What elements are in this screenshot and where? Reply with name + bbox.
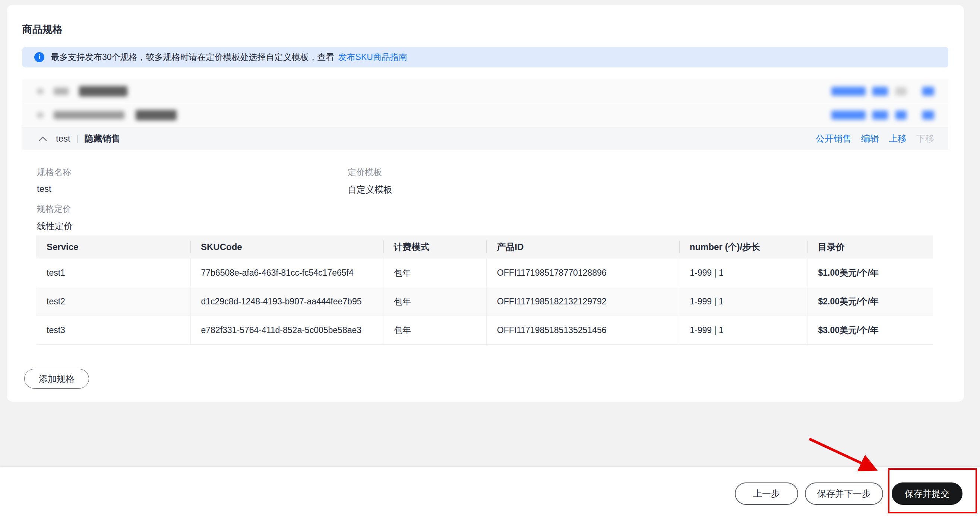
- redacted-action[interactable]: [831, 111, 865, 120]
- cell-billing-mode: 包年: [383, 259, 487, 287]
- field-value: 线性定价: [37, 220, 73, 232]
- cell-skucode: 77b6508e-afa6-463f-81cc-fc54c17e65f4: [191, 259, 383, 287]
- cell-list-price: $2.00美元/个/年: [808, 287, 933, 316]
- field-label: 定价模板: [348, 167, 392, 178]
- info-banner: 最多支持发布30个规格，较多规格时请在定价模板处选择自定义模板，查看 发布SKU…: [22, 47, 948, 67]
- field-value: 自定义模板: [348, 184, 392, 195]
- cell-number-step: 1-999 | 1: [679, 316, 808, 345]
- spec-actions: 公开销售 编辑 上移 下移: [816, 133, 934, 144]
- redacted-action[interactable]: [872, 87, 888, 96]
- footer-action-bar: 上一步 保存并下一步 保存并提交: [0, 467, 980, 516]
- field-spec-pricing: 规格定价 线性定价: [37, 203, 73, 232]
- redacted-spec-row[interactable]: [22, 79, 948, 103]
- cell-service: test2: [36, 287, 191, 316]
- spec-status: 隐藏销售: [84, 133, 120, 144]
- sku-table: Service SKUCode 计费模式 产品ID number (个)/步长 …: [36, 235, 933, 345]
- table-row: test3 e782f331-5764-411d-852a-5c005be58a…: [36, 316, 933, 345]
- chevron-up-icon[interactable]: [39, 136, 47, 141]
- redacted-row-label: [37, 86, 127, 97]
- redacted-row-actions: [825, 111, 934, 120]
- cell-product-id: OFFI1171985182132129792: [486, 287, 679, 316]
- spec-divider: |: [76, 134, 79, 143]
- cell-billing-mode: 包年: [383, 287, 487, 316]
- redacted-status: [136, 110, 177, 120]
- cell-billing-mode: 包年: [383, 316, 487, 345]
- product-spec-page: 商品规格 最多支持发布30个规格，较多规格时请在定价模板处选择自定义模板，查看 …: [0, 0, 980, 516]
- redacted-name: [54, 111, 124, 119]
- col-service: Service: [36, 235, 191, 259]
- chevron-down-icon[interactable]: [37, 113, 43, 118]
- cell-product-id: OFFI1171985185135251456: [486, 316, 679, 345]
- field-label: 规格名称: [37, 167, 71, 178]
- spec-name: test: [56, 133, 70, 144]
- cell-service: test1: [36, 259, 191, 287]
- field-pricing-template: 定价模板 自定义模板: [348, 167, 392, 195]
- redacted-action: [896, 87, 907, 95]
- page-title: 商品规格: [22, 23, 63, 36]
- spec-list: test | 隐藏销售 公开销售 编辑 上移 下移: [22, 79, 948, 150]
- cell-list-price: $1.00美元/个/年: [808, 259, 933, 287]
- cell-skucode: e782f331-5764-411d-852a-5c005be58ae3: [191, 316, 383, 345]
- save-and-submit-button[interactable]: 保存并提交: [892, 483, 963, 505]
- cell-skucode: d1c29c8d-1248-4193-b907-aa444fee7b95: [191, 287, 383, 316]
- previous-step-button[interactable]: 上一步: [735, 483, 798, 505]
- cell-product-id: OFFI1171985178770128896: [486, 259, 679, 287]
- cell-number-step: 1-999 | 1: [679, 287, 808, 316]
- chevron-down-icon[interactable]: [37, 89, 43, 94]
- save-and-next-button[interactable]: 保存并下一步: [805, 483, 883, 505]
- redacted-action[interactable]: [896, 111, 907, 120]
- redacted-action[interactable]: [831, 87, 865, 96]
- field-spec-name: 规格名称 test: [37, 167, 71, 194]
- col-list-price: 目录价: [808, 235, 933, 259]
- col-billing-mode: 计费模式: [383, 235, 487, 259]
- col-number-step: number (个)/步长: [679, 235, 808, 259]
- cell-service: test3: [36, 316, 191, 345]
- action-edit[interactable]: 编辑: [861, 133, 879, 144]
- table-header-row: Service SKUCode 计费模式 产品ID number (个)/步长 …: [36, 235, 933, 259]
- action-public-sale[interactable]: 公开销售: [816, 133, 851, 144]
- redacted-action[interactable]: [922, 111, 934, 120]
- sku-guide-link[interactable]: 发布SKU商品指南: [338, 51, 407, 63]
- table-row: test1 77b6508e-afa6-463f-81cc-fc54c17e65…: [36, 259, 933, 287]
- action-move-down: 下移: [916, 133, 934, 144]
- col-product-id: 产品ID: [486, 235, 679, 259]
- redacted-spec-row[interactable]: [22, 103, 948, 127]
- banner-text: 最多支持发布30个规格，较多规格时请在定价模板处选择自定义模板，查看: [51, 51, 335, 63]
- redacted-name: [54, 87, 68, 95]
- spec-row-test: test | 隐藏销售 公开销售 编辑 上移 下移: [22, 127, 948, 150]
- redacted-row-actions: [825, 87, 934, 96]
- redacted-row-label: [37, 110, 177, 120]
- redacted-status: [79, 86, 127, 97]
- product-spec-card: 商品规格 最多支持发布30个规格，较多规格时请在定价模板处选择自定义模板，查看 …: [7, 5, 964, 402]
- action-move-up[interactable]: 上移: [889, 133, 907, 144]
- cell-list-price: $3.00美元/个/年: [808, 316, 933, 345]
- table-row: test2 d1c29c8d-1248-4193-b907-aa444fee7b…: [36, 287, 933, 316]
- field-value: test: [37, 184, 71, 194]
- info-icon: [34, 52, 45, 62]
- redacted-action[interactable]: [922, 87, 934, 96]
- redacted-action[interactable]: [872, 111, 888, 120]
- cell-number-step: 1-999 | 1: [679, 259, 808, 287]
- field-label: 规格定价: [37, 203, 73, 214]
- col-skucode: SKUCode: [191, 235, 383, 259]
- add-spec-button[interactable]: 添加规格: [24, 369, 89, 389]
